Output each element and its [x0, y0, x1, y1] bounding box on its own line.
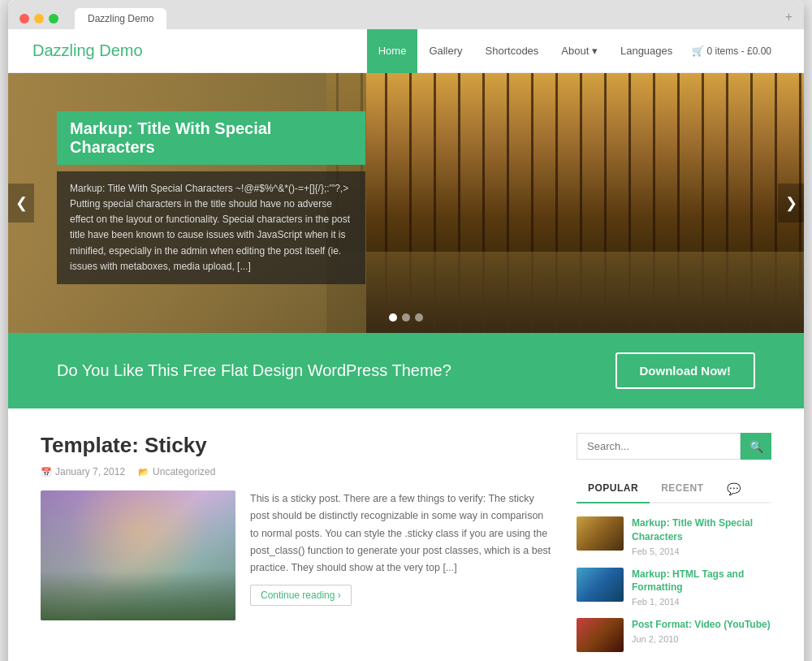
- sidebar-thumb-3: [577, 618, 624, 652]
- nav-cart[interactable]: 🛒 0 items - £0.00: [684, 45, 780, 57]
- post-title: Template: Sticky: [41, 433, 552, 458]
- sidebar-post-title-1[interactable]: Markup: Title With Special Characters: [632, 516, 771, 544]
- site-logo[interactable]: Dazzling Demo: [32, 41, 367, 60]
- nav-item-home[interactable]: Home: [367, 29, 418, 73]
- post-date: 📅 January 7, 2012: [41, 466, 125, 477]
- site-nav: Home Gallery Shortcodes About ▾ Language…: [367, 29, 780, 73]
- search-input[interactable]: [577, 433, 741, 460]
- browser-tab[interactable]: Dazzling Demo: [75, 8, 166, 29]
- sidebar-post-info-2: Markup: HTML Tags and Formatting Feb 1, …: [632, 568, 771, 607]
- sidebar-post-3: Post Format: Video (YouTube) Jun 2, 2010: [577, 618, 771, 652]
- hero-description: Markup: Title With Special Characters ~!…: [70, 181, 352, 274]
- tab-recent[interactable]: RECENT: [650, 476, 715, 502]
- main-content: Template: Sticky 📅 January 7, 2012 📂 Unc…: [8, 408, 804, 661]
- site-content: Dazzling Demo Home Gallery Shortcodes Ab…: [8, 29, 804, 661]
- tab-popular[interactable]: POPULAR: [577, 476, 650, 503]
- hero-desc-box: Markup: Title With Special Characters ~!…: [57, 171, 365, 284]
- sidebar-post-date-3: Jun 2, 2010: [632, 634, 771, 644]
- post-meta: 📅 January 7, 2012 📂 Uncategorized: [41, 466, 552, 477]
- close-button[interactable]: [19, 14, 29, 24]
- hero-slider: Markup: Title With Special Characters Ma…: [8, 73, 804, 333]
- post-thumbnail: [41, 490, 235, 620]
- hero-prev-button[interactable]: ❮: [8, 184, 34, 222]
- hero-title: Markup: Title With Special Characters: [70, 119, 352, 157]
- sidebar: 🔍 POPULAR RECENT 💬 Markup: Title With Sp…: [577, 433, 771, 661]
- hero-next-button[interactable]: ❯: [778, 184, 804, 222]
- sidebar-post-title-3[interactable]: Post Format: Video (YouTube): [632, 618, 771, 632]
- expand-icon[interactable]: +: [785, 10, 793, 28]
- hero-title-box: Markup: Title With Special Characters: [57, 111, 365, 165]
- widget-tabs: POPULAR RECENT 💬: [577, 476, 771, 503]
- nav-item-gallery[interactable]: Gallery: [417, 29, 473, 73]
- sidebar-post-1: Markup: Title With Special Characters Fe…: [577, 516, 771, 556]
- maximize-button[interactable]: [49, 14, 58, 24]
- post-body: This is a sticky post. There are a few t…: [41, 490, 552, 620]
- cta-text: Do You Like This Free Flat Design WordPr…: [57, 361, 451, 380]
- sidebar-post-date-2: Feb 1, 2014: [632, 597, 771, 607]
- download-button[interactable]: Download Now!: [615, 352, 756, 389]
- traffic-lights: [19, 14, 58, 24]
- hero-dot-3[interactable]: [415, 313, 423, 322]
- folder-icon: 📂: [138, 467, 149, 477]
- sidebar-post-date-1: Feb 5, 2014: [632, 547, 771, 556]
- cta-banner: Do You Like This Free Flat Design WordPr…: [8, 333, 804, 408]
- post-text: This is a sticky post. There are a few t…: [250, 490, 552, 577]
- nav-item-languages[interactable]: Languages: [609, 29, 684, 73]
- continue-reading-button[interactable]: Continue reading ›: [250, 585, 352, 606]
- sidebar-thumb-1: [577, 516, 624, 551]
- calendar-icon: 📅: [41, 467, 52, 477]
- posts-area: Template: Sticky 📅 January 7, 2012 📂 Unc…: [41, 433, 552, 661]
- minimize-button[interactable]: [34, 14, 44, 24]
- nav-item-about[interactable]: About ▾: [550, 29, 609, 73]
- sidebar-post-title-2[interactable]: Markup: HTML Tags and Formatting: [632, 568, 771, 595]
- sidebar-post-2: Markup: HTML Tags and Formatting Feb 1, …: [577, 568, 771, 607]
- sidebar-post-info-3: Post Format: Video (YouTube) Jun 2, 2010: [632, 618, 771, 644]
- browser-chrome: Dazzling Demo +: [8, 0, 804, 29]
- post-category: 📂 Uncategorized: [138, 466, 215, 477]
- nav-item-shortcodes[interactable]: Shortcodes: [474, 29, 551, 73]
- sidebar-thumb-2: [577, 568, 624, 602]
- site-header: Dazzling Demo Home Gallery Shortcodes Ab…: [8, 29, 804, 73]
- sidebar-post-info-1: Markup: Title With Special Characters Fe…: [632, 516, 771, 556]
- hero-dot-1[interactable]: [389, 313, 397, 322]
- sidebar-posts: Markup: Title With Special Characters Fe…: [577, 516, 771, 661]
- hero-dot-2[interactable]: [402, 313, 410, 322]
- hero-content: Markup: Title With Special Characters Ma…: [57, 111, 365, 284]
- search-box: 🔍: [577, 433, 771, 460]
- tab-comments[interactable]: 💬: [715, 476, 753, 502]
- post-date-text: January 7, 2012: [55, 466, 125, 477]
- search-button[interactable]: 🔍: [741, 433, 771, 460]
- post-category-text: Uncategorized: [153, 466, 215, 477]
- browser-window: Dazzling Demo + Dazzling Demo Home Galle…: [8, 0, 804, 661]
- hero-dots: [389, 313, 423, 322]
- post-text-area: This is a sticky post. There are a few t…: [250, 490, 552, 620]
